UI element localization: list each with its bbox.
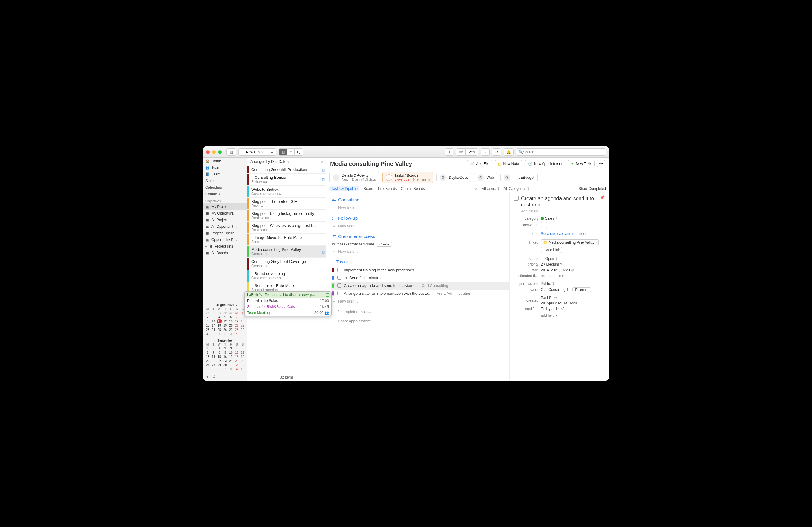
popover-event[interactable]: Seminar for Rich&Becca Cats18:45 bbox=[245, 304, 331, 310]
project-item[interactable]: !! Consulting BensonFollow-up▥ bbox=[247, 174, 326, 186]
completed-summary[interactable]: 2 completed tasks… bbox=[328, 307, 509, 316]
owner-value[interactable]: Carl Consulting ⇅ Delegate bbox=[541, 287, 605, 292]
mini-calendar[interactable]: ‹August 2021›MTWTFSS26272829303112345678… bbox=[203, 302, 247, 337]
view-list[interactable]: ≡ bbox=[287, 148, 294, 156]
new-note-button[interactable]: ▤New Note bbox=[495, 160, 522, 167]
sidebar-item[interactable]: 📘Learn bbox=[203, 171, 247, 177]
new-appointment-button[interactable]: 🕒New Appointment bbox=[525, 160, 565, 167]
sidebar-item[interactable]: ▦Opportunity P… bbox=[203, 237, 247, 243]
minimize-button[interactable] bbox=[212, 150, 216, 154]
project-item[interactable]: Consulting Greenhill Productions▥ bbox=[247, 166, 326, 174]
project-item[interactable]: Blog post: The perfect GIFReview bbox=[247, 198, 326, 210]
sub-tab[interactable]: ContactBoards bbox=[401, 187, 425, 191]
more-button[interactable]: ••• bbox=[597, 160, 605, 167]
sidebar-item[interactable]: Slack bbox=[203, 177, 247, 184]
task-row[interactable]: ◷Send final minutes bbox=[331, 274, 509, 282]
view-columns[interactable]: ▥ bbox=[279, 148, 287, 156]
main-tab[interactable]: ⚙DayliteDocs bbox=[436, 173, 471, 182]
main-tab[interactable]: ◷Web bbox=[474, 173, 497, 182]
add-keyword[interactable]: + bbox=[541, 222, 547, 228]
tb-phone[interactable]: ☏ bbox=[456, 148, 465, 156]
sidebar-item[interactable]: ▦My Opportuni… bbox=[203, 210, 247, 217]
popover-event[interactable]: Paul with the Solos17:00 bbox=[245, 298, 331, 304]
task-row[interactable]: Create an agenda and send it to customer… bbox=[331, 282, 509, 290]
view-chart[interactable]: ⫾⫿ bbox=[294, 148, 303, 156]
create-button[interactable]: Create bbox=[377, 242, 392, 247]
delegate-button[interactable]: Delegate bbox=[572, 287, 591, 292]
maximize-button[interactable] bbox=[218, 150, 222, 154]
permissions-value[interactable]: Public ⇅ bbox=[541, 282, 605, 286]
project-item[interactable]: Website BiotrexCustomer success bbox=[247, 186, 326, 198]
add-link[interactable]: + Add Link bbox=[541, 247, 562, 253]
tb-calendar[interactable]: 🗓 bbox=[481, 148, 490, 156]
sidebar-item[interactable]: ▸▦Project lists bbox=[203, 243, 247, 250]
main-tab[interactable]: ◔Time&Budget bbox=[500, 173, 538, 182]
add-file-button[interactable]: 📄Add File bbox=[467, 160, 492, 167]
tb-export[interactable]: ↥ bbox=[445, 148, 453, 156]
start-value[interactable]: 20. 4. 2021, 16:20 ⊗ bbox=[541, 268, 605, 272]
new-task-input[interactable]: ＋New task… bbox=[331, 222, 509, 230]
status-value[interactable]: Open ⇅ bbox=[541, 257, 605, 261]
filter-categories[interactable]: All Categories ⇅ bbox=[504, 187, 530, 191]
section-header[interactable]: 🏷Customer success bbox=[331, 232, 509, 241]
new-project-button[interactable]: ＋ New Project bbox=[238, 148, 268, 156]
section-header[interactable]: 🏷Consulting bbox=[331, 195, 509, 204]
sidebar-item[interactable]: 🏠Home bbox=[203, 158, 247, 165]
popover-header[interactable]: LaBelle's - Prepare call to discuss new … bbox=[245, 292, 331, 298]
tb-phone-out[interactable]: ↗☏ bbox=[465, 148, 478, 156]
search-box[interactable]: 🔍 bbox=[516, 148, 606, 156]
sidebar-item[interactable]: ▦All Projects bbox=[203, 217, 247, 223]
project-item[interactable]: Consulting Grey Leaf CoverageConsulting bbox=[247, 258, 326, 270]
main-tab[interactable]: !Tasks / Boards5 overdue – 5 remaining bbox=[382, 172, 434, 183]
mini-calendar[interactable]: ‹September›MTWTFSS3031123456789101112131… bbox=[203, 337, 247, 373]
popover-event[interactable]: Team Meeting20:00 👥 bbox=[245, 310, 331, 316]
section-header[interactable]: ≡Tasks bbox=[331, 257, 509, 266]
category-value[interactable]: Sales ⇅ bbox=[541, 216, 605, 220]
filter-icon[interactable]: ⌲ bbox=[473, 187, 477, 191]
task-checkbox[interactable] bbox=[337, 283, 342, 287]
add-button[interactable]: ＋ bbox=[205, 374, 209, 380]
linked-project[interactable]: 📁 Media consulting Pine Vall… › bbox=[541, 240, 599, 245]
sub-tab[interactable]: TimeBoards bbox=[377, 187, 397, 191]
project-item[interactable]: Blog post: Websites as a signpost for…Re… bbox=[247, 222, 326, 234]
estimated-time[interactable]: estimated time bbox=[541, 274, 605, 278]
calendar-icon[interactable]: 🗓 bbox=[212, 374, 216, 380]
project-item[interactable]: !! Image-Movie for Rate MateShoot bbox=[247, 234, 326, 246]
new-project-menu[interactable]: ⌄ bbox=[268, 148, 276, 156]
project-item[interactable]: Blog post: Using Instagram correctlyReal… bbox=[247, 210, 326, 222]
search-input[interactable] bbox=[523, 150, 603, 154]
sub-tab[interactable]: Tasks & Pipeline bbox=[330, 186, 360, 191]
sidebar-toggle[interactable]: ▥ bbox=[227, 148, 236, 156]
sidebar-item[interactable]: ▦Project Pipelin… bbox=[203, 230, 247, 237]
project-item[interactable]: Media consulting Pine ValleyConsulting▥ bbox=[247, 246, 326, 258]
filter-users[interactable]: All Users ⇅ bbox=[482, 187, 499, 191]
new-task-input[interactable]: ＋New task… bbox=[331, 204, 509, 212]
section-header[interactable]: 🏷Follow-up bbox=[331, 214, 509, 222]
sidebar-item[interactable]: 👥Team bbox=[203, 165, 247, 171]
sidebar-item[interactable]: ▦All Boards bbox=[203, 250, 247, 256]
task-checkbox[interactable] bbox=[514, 196, 519, 201]
past-summary[interactable]: 1 past appointment… bbox=[328, 316, 509, 326]
task-row[interactable]: Arrange a date for implementation with t… bbox=[331, 290, 509, 297]
sub-tab[interactable]: Board bbox=[364, 187, 373, 191]
task-row[interactable]: Implement training of the new processes bbox=[331, 266, 509, 274]
add-field[interactable]: add field ▾ bbox=[541, 313, 605, 317]
set-due[interactable]: Set a due date and reminder bbox=[541, 232, 605, 236]
new-task-button[interactable]: ✔New Task bbox=[568, 160, 595, 167]
task-checkbox[interactable] bbox=[337, 275, 342, 280]
tb-bell[interactable]: 🔔 bbox=[504, 148, 513, 156]
sidebar-item[interactable]: Calendars bbox=[203, 184, 247, 191]
close-button[interactable] bbox=[206, 150, 209, 154]
filter-icon[interactable]: ⌲ bbox=[320, 159, 323, 164]
task-title[interactable]: Create an agenda and send it to customer bbox=[521, 195, 598, 208]
show-completed[interactable]: Show Completed bbox=[574, 187, 606, 191]
project-item[interactable]: !! Brand developingCustomer success bbox=[247, 270, 326, 282]
sidebar-item[interactable]: ▦My Projects bbox=[203, 203, 247, 210]
new-task-input[interactable]: ＋New task… bbox=[331, 248, 509, 256]
tb-card[interactable]: 🗂 bbox=[492, 148, 501, 156]
priority-value[interactable]: 2 • Medium ⇅ bbox=[541, 262, 605, 267]
main-tab[interactable]: iDetails & ActivityNew – Due in 413 days bbox=[330, 172, 379, 183]
add-details[interactable]: Add details bbox=[521, 209, 605, 213]
task-checkbox[interactable] bbox=[337, 291, 342, 295]
task-checkbox[interactable] bbox=[337, 268, 342, 272]
